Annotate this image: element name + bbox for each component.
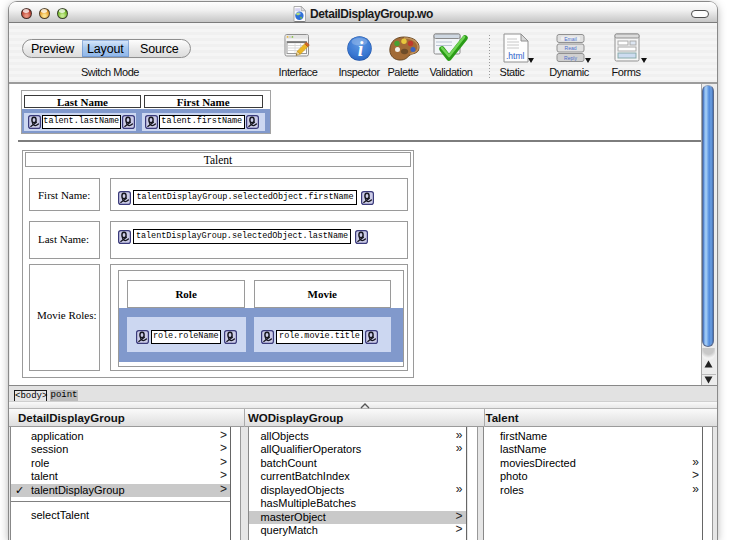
svg-text:i: i	[358, 38, 364, 60]
svg-text:Email: Email	[564, 36, 577, 42]
svg-text:Read: Read	[565, 45, 577, 51]
svg-text:.html: .html	[506, 51, 525, 61]
svg-text:Reply: Reply	[564, 55, 577, 61]
